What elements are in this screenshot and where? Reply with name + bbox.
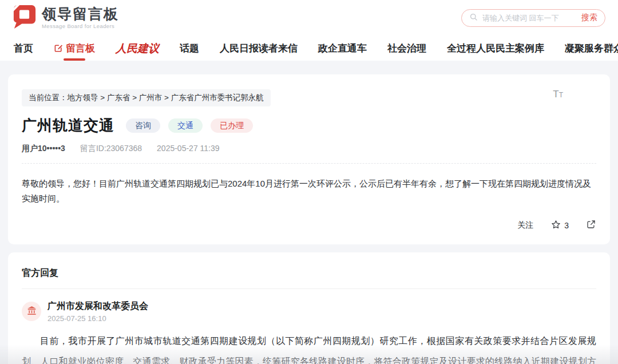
star-icon [550,219,561,232]
brand-name: 领导留言板 [42,6,119,22]
government-building-icon [26,305,37,318]
nav-item-peoples-suggestions[interactable]: 人民建议 [116,43,159,54]
search-box[interactable]: 搜索 [461,9,605,27]
message-id: 留言ID:23067368 [80,144,142,154]
tag-list: 咨询 交通 已办理 [126,118,253,133]
page-content: 当前位置：地方领导 > 广东省 > 广州市 > 广东省广州市委书记郭永航 TT … [0,61,618,364]
site-header: 领导留言板 Message Board for Leaders 搜索 [0,0,618,35]
nav-item-readers-letters[interactable]: 人民日报读者来信 [220,43,298,53]
search-icon [469,13,478,23]
brand-subtitle: Message Board for Leaders [42,23,119,29]
message-body: 尊敬的领导，您好！目前广州轨道交通第四期规划已与2024年10月进行第一次环评公… [22,176,596,207]
reply-body: 目前，我市开展了广州市城市轨道交通第四期建设规划（以下简称广州四期规划）研究工作… [22,331,596,364]
message-card: 当前位置：地方领导 > 广东省 > 广州市 > 广东省广州市委书记郭永航 TT … [8,74,610,244]
site-logo[interactable]: 领导留言板 Message Board for Leaders [13,4,119,31]
divider [22,288,596,289]
share-button[interactable] [586,219,596,231]
user-name: 用户10•••••3 [22,144,65,154]
message-date: 2025-05-27 11:39 [157,144,220,154]
star-count: 3 [564,221,569,230]
star-button[interactable]: 3 [550,219,569,232]
reply-section-title: 官方回复 [22,267,596,279]
nav-item-social-governance[interactable]: 社会治理 [387,43,426,53]
logo-text: 领导留言板 Message Board for Leaders [42,6,119,29]
reply-author-name: 广州市发展和改革委员会 [47,300,148,312]
nav-item-message-board[interactable]: 留言板 [54,43,95,53]
tag-traffic: 交通 [168,118,203,133]
search-button[interactable]: 搜索 [581,13,597,23]
status-badge-done: 已办理 [211,118,253,133]
share-icon [586,219,596,231]
message-meta: 用户10•••••3 留言ID:23067368 2025-05-27 11:3… [22,144,596,164]
logo-speech-bubble-icon [13,4,37,31]
pen-edit-icon [54,43,63,53]
nav-item-topics[interactable]: 话题 [180,43,199,53]
breadcrumb[interactable]: 当前位置：地方领导 > 广东省 > 广州市 > 广东省广州市委书记郭永航 [22,89,271,106]
nav-item-serving-people[interactable]: 凝聚服务群众 [565,43,618,53]
official-reply-card: 官方回复 广州市发展和改革委员会 2025-07-25 16:10 [8,252,610,364]
avatar [22,302,41,321]
follow-button[interactable]: 关注 [517,220,533,231]
nav-item-home[interactable]: 首页 [14,43,33,53]
page-title: 广州轨道交通 [22,116,114,136]
nav-item-democracy-cases[interactable]: 全过程人民民主案例库 [447,43,544,53]
reply-author-row: 广州市发展和改革委员会 2025-07-25 16:10 [22,300,596,323]
nav-item-label: 留言板 [66,43,95,53]
main-nav: 首页 留言板 人民建议 话题 人民日报读者来信 政企直通车 社会治理 全过程人民… [0,35,618,61]
reply-date: 2025-07-25 16:10 [47,314,148,323]
tag-consult: 咨询 [126,118,160,133]
nav-item-gov-enterprise[interactable]: 政企直通车 [318,43,367,53]
reply-paragraph: 目前，我市开展了广州市城市轨道交通第四期建设规划（以下简称广州四期规划）研究工作… [22,331,596,364]
search-input[interactable] [482,14,581,22]
message-actions: 关注 3 [22,219,596,232]
font-size-toggle[interactable]: TT [553,89,563,99]
